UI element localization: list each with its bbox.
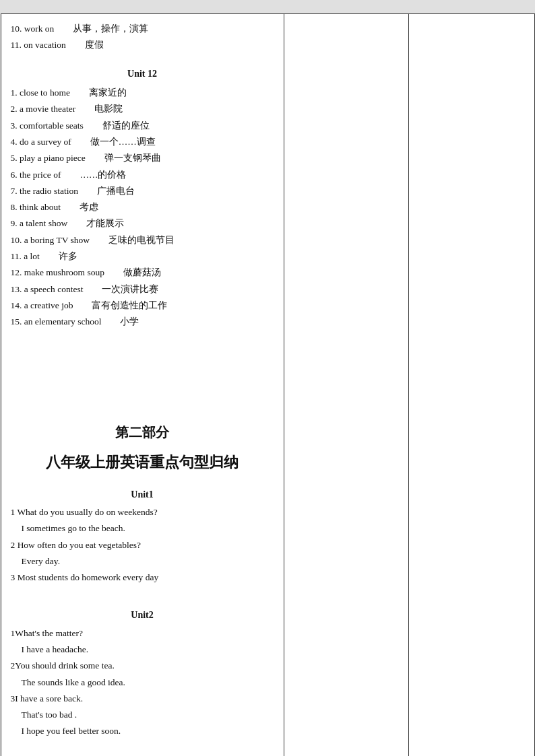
unit12-item-1: 1. close to home 离家近的 xyxy=(11,85,274,101)
unit12-item-12: 12. make mushroom soup 做蘑菇汤 xyxy=(11,265,274,281)
unit2-title: Unit2 xyxy=(11,607,274,624)
page: 10. work on 从事，操作，演算 11. on vacation 度假 … xyxy=(1,13,535,756)
part2-subtitle: 八年级上册英语重点句型归纳 xyxy=(11,450,274,476)
part2-label: 第二部分 xyxy=(11,421,274,444)
vocab-item-10: 10. work on 从事，操作，演算 xyxy=(11,21,274,37)
unit12-item-2: 2. a movie theater 电影院 xyxy=(11,101,274,117)
unit1-sentence-1-sub: I sometimes go to the beach. xyxy=(11,520,274,537)
unit12-item-8: 8. think about 考虑 xyxy=(11,199,274,215)
unit2-sentence-2: 2You should drink some tea. xyxy=(11,658,274,674)
unit12-item-11: 11. a lot 许多 xyxy=(11,248,274,265)
main-column: 10. work on 从事，操作，演算 11. on vacation 度假 … xyxy=(1,13,284,756)
side-column-1 xyxy=(284,13,408,756)
unit2-sentence-2-sub: The sounds like a good idea. xyxy=(11,675,274,691)
unit12-item-3: 3. comfortable seats 舒适的座位 xyxy=(11,118,274,134)
unit12-item-10: 10. a boring TV show 乏味的电视节目 xyxy=(11,232,274,248)
unit1-sentence-3: 3 Most students do homework every day xyxy=(11,570,274,586)
unit2-sentence-1-sub: I have a headache. xyxy=(11,642,274,658)
unit2-sentence-3: 3I have a sore back. xyxy=(11,691,274,707)
unit2-sentence-3-sub1: That's too bad . xyxy=(11,707,274,723)
unit12-item-4: 4. do a survey of 做一个……调查 xyxy=(11,134,274,150)
unit2-sentence-1: 1What's the matter? xyxy=(11,625,274,642)
unit12-item-5: 5. play a piano piece 弹一支钢琴曲 xyxy=(11,150,274,166)
vocab-item-11: 11. on vacation 度假 xyxy=(11,37,274,53)
unit2-sentence-3-sub2: I hope you feel better soon. xyxy=(11,723,274,739)
side-column-2 xyxy=(408,13,535,756)
unit1-sentence-1: 1 What do you usually do on weekends? xyxy=(11,504,274,520)
unit12-item-15: 15. an elementary school 小学 xyxy=(11,314,274,330)
unit1-sentence-2: 2 How often do you eat vegetables? xyxy=(11,537,274,553)
unit1-title: Unit1 xyxy=(11,487,274,504)
unit12-item-14: 14. a creative job 富有创造性的工作 xyxy=(11,298,274,314)
unit1-sentence-2-sub: Every day. xyxy=(11,553,274,570)
unit12-item-7: 7. the radio station 广播电台 xyxy=(11,183,274,199)
unit12-item-9: 9. a talent show 才能展示 xyxy=(11,215,274,232)
unit12-item-6: 6. the price of ……的价格 xyxy=(11,167,274,183)
unit12-title: Unit 12 xyxy=(11,66,274,83)
unit12-item-13: 13. a speech contest 一次演讲比赛 xyxy=(11,281,274,298)
